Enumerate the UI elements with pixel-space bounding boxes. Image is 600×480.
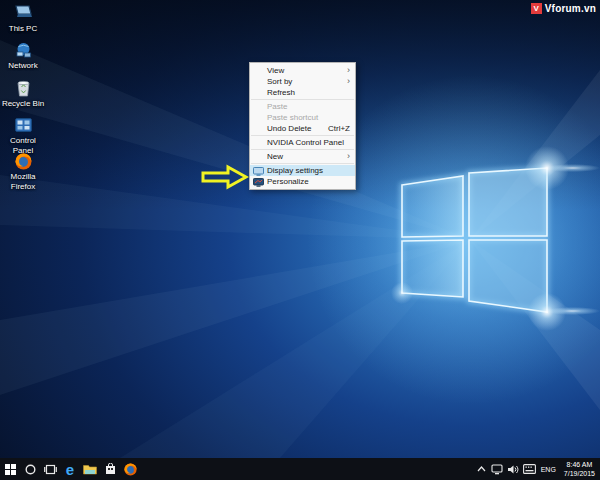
network-icon [11, 41, 35, 59]
highlight-arrow-annotation [201, 164, 249, 190]
menu-item-label: Personalize [267, 177, 309, 186]
menu-item-label: Display settings [267, 166, 323, 175]
menu-separator [251, 149, 354, 150]
personalize-icon [253, 178, 264, 189]
menu-item-shortcut: Ctrl+Z [328, 124, 350, 133]
task-view-icon [44, 464, 57, 475]
submenu-arrow-icon: › [347, 76, 350, 87]
watermark-text: Vforum.vn [545, 3, 596, 14]
taskbar-clock[interactable]: 8:46 AM 7/19/2015 [561, 460, 598, 478]
menu-item-refresh[interactable]: Refresh [250, 87, 355, 98]
network-tray-icon[interactable] [491, 462, 504, 476]
menu-item-display-settings[interactable]: Display settings [250, 165, 355, 176]
menu-item-label: View [267, 66, 284, 75]
watermark: V Vforum.vn [531, 3, 596, 14]
menu-item-nvidia-control-panel[interactable]: NVIDIA Control Panel [250, 137, 355, 148]
control-panel-icon [11, 116, 35, 134]
windows-desktop-screen: V Vforum.vn This PC Netwo [0, 0, 600, 480]
menu-item-label: Undo Delete [267, 124, 311, 133]
edge-icon: e [66, 462, 74, 477]
store-button[interactable] [100, 458, 120, 480]
desktop-icon-label: Mozilla Firefox [1, 172, 45, 191]
menu-item-undo-delete[interactable]: Undo Delete Ctrl+Z [250, 123, 355, 134]
menu-item-label: Paste shortcut [267, 113, 318, 122]
menu-separator [251, 163, 354, 164]
cortana-search-button[interactable] [20, 458, 40, 480]
firefox-taskbar-button[interactable] [120, 458, 140, 480]
task-view-button[interactable] [40, 458, 60, 480]
taskbar-buttons: e [0, 458, 140, 480]
clock-time: 8:46 AM [564, 460, 595, 469]
store-bag-icon [105, 463, 116, 475]
desktop-icon-control-panel[interactable]: Control Panel [0, 116, 46, 155]
submenu-arrow-icon: › [347, 151, 350, 162]
menu-item-sort-by[interactable]: Sort by › [250, 76, 355, 87]
desktop-icon-label: Network [8, 61, 37, 71]
hidden-icons-chevron[interactable] [475, 462, 488, 476]
language-indicator[interactable]: ENG [539, 466, 558, 473]
desktop-icon-recycle-bin[interactable]: Recycle Bin [0, 79, 46, 109]
menu-item-label: Sort by [267, 77, 292, 86]
firefox-icon [11, 152, 35, 170]
this-pc-icon [11, 4, 35, 22]
start-button[interactable] [0, 458, 20, 480]
menu-item-personalize[interactable]: Personalize [250, 176, 355, 187]
desktop-background[interactable]: V Vforum.vn This PC Netwo [0, 0, 600, 458]
menu-item-label: Paste [267, 102, 287, 111]
touch-keyboard-icon[interactable] [523, 462, 536, 476]
volume-icon[interactable] [507, 462, 520, 476]
taskbar: e [0, 458, 600, 480]
menu-item-new[interactable]: New › [250, 151, 355, 162]
menu-item-paste[interactable]: Paste [250, 101, 355, 112]
menu-item-paste-shortcut[interactable]: Paste shortcut [250, 112, 355, 123]
menu-item-view[interactable]: View › [250, 65, 355, 76]
desktop-icon-network[interactable]: Network [0, 41, 46, 71]
desktop-context-menu: View › Sort by › Refresh Paste Paste sho… [249, 62, 356, 190]
submenu-arrow-icon: › [347, 65, 350, 76]
watermark-logo: V [531, 3, 542, 14]
menu-item-label: New [267, 152, 283, 161]
file-explorer-icon [83, 464, 97, 475]
file-explorer-button[interactable] [80, 458, 100, 480]
desktop-icon-label: Recycle Bin [2, 99, 44, 109]
desktop-icon-mozilla-firefox[interactable]: Mozilla Firefox [0, 152, 46, 191]
cortana-circle-icon [25, 464, 36, 475]
system-tray: ENG 8:46 AM 7/19/2015 [475, 458, 600, 480]
menu-item-label: NVIDIA Control Panel [267, 138, 344, 147]
menu-separator [251, 135, 354, 136]
firefox-icon [124, 463, 137, 476]
recycle-bin-icon [11, 79, 35, 97]
menu-separator [251, 99, 354, 100]
clock-date: 7/19/2015 [564, 469, 595, 478]
desktop-icon-label: This PC [9, 24, 37, 34]
desktop-icon-this-pc[interactable]: This PC [0, 4, 46, 34]
windows-logo-icon [5, 464, 16, 475]
menu-item-label: Refresh [267, 88, 295, 97]
edge-button[interactable]: e [60, 458, 80, 480]
